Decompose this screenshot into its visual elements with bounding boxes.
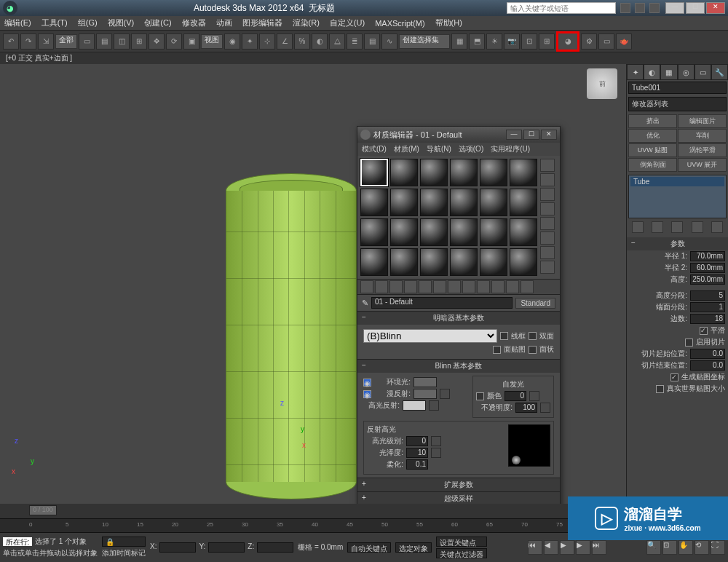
material-slot[interactable] bbox=[510, 189, 537, 216]
menu-maxscript[interactable]: MAXScript(M) bbox=[375, 19, 424, 28]
faceted-checkbox[interactable] bbox=[529, 346, 537, 354]
put-to-lib-button[interactable] bbox=[448, 280, 461, 293]
sample-type-button[interactable] bbox=[540, 159, 555, 172]
show-result-button[interactable] bbox=[491, 280, 505, 293]
viewport-label[interactable]: [+0 正交 真实+边面 ] bbox=[0, 52, 728, 64]
prev-frame-button[interactable]: ◀ bbox=[544, 540, 558, 555]
mirror-button[interactable]: ⧋ bbox=[329, 33, 345, 50]
material-slot[interactable] bbox=[390, 218, 418, 246]
material-slot[interactable] bbox=[360, 218, 388, 246]
percent-snap-button[interactable]: % bbox=[294, 33, 310, 50]
soften-spinner[interactable]: 0.1 bbox=[406, 459, 428, 470]
put-to-scene-button[interactable] bbox=[375, 280, 388, 293]
mat-id-button[interactable] bbox=[462, 280, 475, 293]
make-unique-stack-button[interactable] bbox=[671, 221, 683, 233]
show-end-button[interactable] bbox=[652, 221, 663, 233]
get-material-button[interactable] bbox=[360, 280, 373, 293]
material-editor-titlebar[interactable]: 材质编辑器 - 01 - Default — ☐ ✕ bbox=[357, 127, 560, 143]
gloss-map-button[interactable] bbox=[431, 448, 441, 458]
material-type-button[interactable]: Standard bbox=[515, 298, 555, 309]
material-slot[interactable] bbox=[480, 218, 507, 246]
specular-swatch[interactable] bbox=[403, 400, 426, 411]
opacity-map-button[interactable] bbox=[540, 403, 550, 413]
stack-item-tube[interactable]: Tube bbox=[630, 177, 724, 186]
create-tab[interactable]: ✦ bbox=[627, 64, 644, 80]
select-name-button[interactable]: ▤ bbox=[96, 33, 112, 50]
remove-mod-button[interactable] bbox=[692, 221, 703, 233]
diffuse-map-button[interactable] bbox=[440, 389, 450, 399]
scale-button[interactable]: ▣ bbox=[183, 33, 199, 50]
help-icon[interactable] bbox=[649, 3, 660, 13]
lock-selection-button[interactable]: 🔒 bbox=[102, 537, 146, 547]
mat-close-button[interactable]: ✕ bbox=[541, 130, 557, 140]
show-map-button[interactable] bbox=[477, 280, 490, 293]
go-sibling-button[interactable] bbox=[521, 280, 534, 293]
selfillum-spinner[interactable]: 0 bbox=[505, 391, 526, 401]
mat-menu-mode[interactable]: 模式(D) bbox=[362, 144, 387, 154]
material-slot[interactable] bbox=[420, 189, 448, 216]
keyfilter-button[interactable]: 关键点过滤器 bbox=[436, 548, 487, 558]
blinn-params-rollout[interactable]: Blinn 基本参数 bbox=[357, 360, 560, 373]
material-name-input[interactable]: 01 - Default bbox=[371, 297, 513, 309]
select-by-mat-button[interactable] bbox=[540, 261, 555, 274]
display-tab[interactable]: ▭ bbox=[695, 64, 711, 80]
specular-map-button[interactable] bbox=[429, 400, 439, 411]
menu-help[interactable]: 帮助(H) bbox=[435, 17, 462, 28]
mod-btn-bevelprofile[interactable]: 倒角剖面 bbox=[628, 158, 677, 172]
mat-menu-material[interactable]: 材质(M) bbox=[394, 144, 419, 154]
next-frame-button[interactable]: ▶ bbox=[576, 540, 590, 555]
cap-seg-spinner[interactable]: 1 bbox=[690, 302, 725, 312]
object-name-input[interactable]: Tube001 bbox=[628, 82, 727, 94]
time-slider-thumb[interactable]: 0 / 100 bbox=[29, 505, 57, 515]
normal-align-button[interactable]: ⬒ bbox=[469, 33, 485, 50]
selfillum-map-button[interactable] bbox=[529, 391, 539, 401]
angle-snap-button[interactable]: ∠ bbox=[277, 33, 293, 50]
help-search[interactable] bbox=[507, 2, 616, 14]
diffuse-swatch[interactable] bbox=[414, 389, 437, 399]
place-highlight-button[interactable]: ☀ bbox=[486, 33, 502, 50]
shader-type-dropdown[interactable]: (B)Blinn bbox=[363, 329, 497, 343]
material-slot[interactable] bbox=[480, 159, 507, 186]
zoom-all-button[interactable]: ⊡ bbox=[662, 540, 677, 555]
pin-stack-button[interactable] bbox=[632, 221, 644, 233]
help-search-input[interactable] bbox=[507, 2, 616, 14]
redo-button[interactable]: ↷ bbox=[20, 33, 36, 50]
window-crossing-button[interactable]: ⊞ bbox=[131, 33, 147, 50]
opacity-spinner[interactable]: 100 bbox=[515, 403, 537, 413]
preview-button[interactable] bbox=[540, 231, 555, 245]
lock-ambient-icon[interactable]: ◉ bbox=[363, 379, 371, 387]
layer-button[interactable]: ▤ bbox=[364, 33, 380, 50]
material-slot[interactable] bbox=[360, 189, 388, 216]
favorites-icon[interactable] bbox=[635, 3, 645, 13]
options-button[interactable] bbox=[540, 246, 555, 259]
coord-x-input[interactable] bbox=[159, 542, 196, 553]
material-slot[interactable] bbox=[450, 159, 478, 186]
undo-button[interactable]: ↶ bbox=[3, 33, 19, 50]
modify-tab[interactable]: ◐ bbox=[644, 64, 660, 80]
mod-btn-unwrap[interactable]: UVW 展开 bbox=[678, 158, 727, 172]
material-slot[interactable] bbox=[360, 159, 388, 186]
manipulate-button[interactable]: ✦ bbox=[242, 33, 258, 50]
video-check-button[interactable] bbox=[540, 217, 555, 230]
mod-btn-lathe[interactable]: 车削 bbox=[678, 129, 727, 143]
background-button[interactable] bbox=[540, 188, 555, 201]
material-editor-button[interactable]: ◕ bbox=[556, 31, 579, 52]
material-slot[interactable] bbox=[420, 159, 448, 186]
mat-menu-options[interactable]: 选项(O) bbox=[459, 144, 483, 154]
menu-views[interactable]: 视图(V) bbox=[108, 17, 135, 28]
spinner-snap-button[interactable]: ◐ bbox=[312, 33, 328, 50]
height-seg-spinner[interactable]: 5 bbox=[690, 290, 725, 301]
material-slot[interactable] bbox=[450, 218, 478, 246]
link-button[interactable]: ⇲ bbox=[38, 33, 54, 50]
menu-modifiers[interactable]: 修改器 bbox=[182, 17, 206, 28]
selection-filter-dropdown[interactable]: 全部 bbox=[55, 34, 77, 49]
goto-end-button[interactable]: ⏭ bbox=[592, 540, 606, 555]
selkey-dropdown[interactable]: 选定对象 bbox=[395, 542, 432, 553]
menu-animation[interactable]: 动画 bbox=[216, 17, 232, 28]
radius1-spinner[interactable]: 70.0mm bbox=[690, 251, 725, 261]
maximize-button[interactable]: ☐ bbox=[686, 2, 705, 14]
coord-y-input[interactable] bbox=[208, 542, 245, 553]
gloss-spinner[interactable]: 10 bbox=[406, 448, 428, 458]
gen-uv-checkbox[interactable] bbox=[670, 373, 678, 381]
utilities-tab[interactable]: 🔧 bbox=[711, 64, 728, 80]
